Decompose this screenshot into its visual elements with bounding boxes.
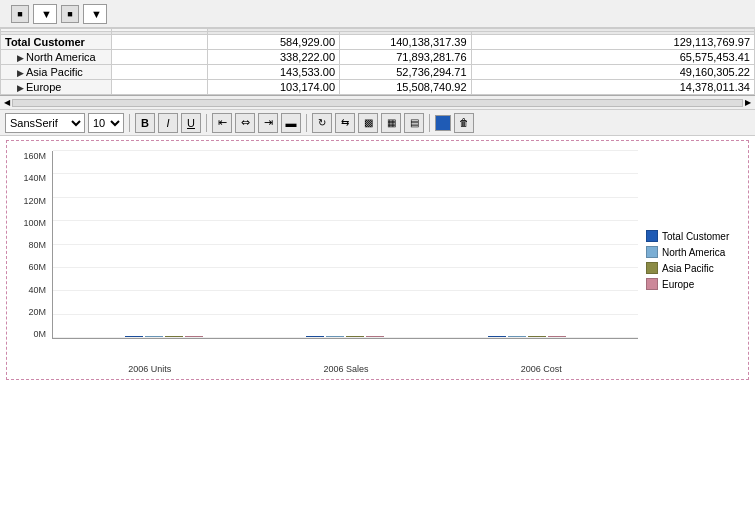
empty-cell [112, 65, 208, 80]
grid-line [53, 337, 638, 338]
format-btn-1[interactable]: ↻ [312, 113, 332, 133]
separator-3 [306, 114, 307, 132]
row-label-cell: ▶Asia Pacific [1, 65, 112, 80]
y-axis-label: 160M [23, 151, 46, 161]
y-axis-label: 100M [23, 218, 46, 228]
y-axis-label: 40M [28, 285, 46, 295]
grid-line [53, 220, 638, 221]
align-justify-button[interactable]: ▬ [281, 113, 301, 133]
x-axis-label: 2006 Units [128, 364, 171, 374]
separator-1 [129, 114, 130, 132]
channel-dropdown-arrow[interactable]: ▼ [91, 8, 102, 20]
legend-item: Europe [646, 278, 740, 290]
color-fill-box[interactable] [435, 115, 451, 131]
align-right-button[interactable]: ⇥ [258, 113, 278, 133]
sales-cell: 71,893,281.76 [340, 50, 472, 65]
empty-cell [112, 80, 208, 95]
scroll-right-arrow[interactable]: ▶ [743, 98, 753, 107]
legend-label: North America [662, 247, 725, 258]
empty-cell [112, 35, 208, 50]
legend-label: Total Customer [662, 231, 729, 242]
legend-item: Asia Pacific [646, 262, 740, 274]
row-label-cell: Total Customer [1, 35, 112, 50]
cost-cell: 65,575,453.41 [471, 50, 754, 65]
y-axis-label: 140M [23, 173, 46, 183]
grid-line [53, 244, 638, 245]
row-label-cell: ▶North America [1, 50, 112, 65]
grid-line [53, 150, 638, 151]
sales-cell: 15,508,740.92 [340, 80, 472, 95]
y-axis-label: 120M [23, 196, 46, 206]
y-axis-label: 0M [33, 329, 46, 339]
bar-groups [53, 151, 638, 338]
grid-line [53, 267, 638, 268]
format-btn-2[interactable]: ⇆ [335, 113, 355, 133]
separator-2 [206, 114, 207, 132]
chart-legend: Total CustomerNorth AmericaAsia PacificE… [638, 141, 748, 379]
table-row[interactable]: ▶Europe103,174.0015,508,740.9214,378,011… [1, 80, 755, 95]
cost-cell: 14,378,011.34 [471, 80, 754, 95]
legend-label: Asia Pacific [662, 263, 714, 274]
grid-line [53, 197, 638, 198]
y-axis-label: 60M [28, 262, 46, 272]
underline-button[interactable]: U [181, 113, 201, 133]
empty-cell [112, 50, 208, 65]
font-size-select[interactable]: 10 [88, 113, 124, 133]
italic-button[interactable]: I [158, 113, 178, 133]
units-cell: 584,929.00 [208, 35, 340, 50]
x-axis-label: 2006 Sales [323, 364, 368, 374]
table-btn[interactable]: ▦ [381, 113, 401, 133]
page-items-toolbar: ■ ▼ ■ ▼ [0, 0, 755, 28]
expand-arrow[interactable]: ▶ [17, 53, 24, 63]
chart-area: 160M140M120M100M80M60M40M20M0M 2006 Unit… [6, 140, 749, 380]
separator-4 [429, 114, 430, 132]
product-dropdown-arrow[interactable]: ▼ [41, 8, 52, 20]
legend-item: Total Customer [646, 230, 740, 242]
expand-arrow[interactable]: ▶ [17, 83, 24, 93]
scroll-left-arrow[interactable]: ◀ [2, 98, 12, 107]
channel-icon-btn[interactable]: ■ [61, 5, 79, 23]
grid-line [53, 173, 638, 174]
units-cell: 143,533.00 [208, 65, 340, 80]
chart-inner: 160M140M120M100M80M60M40M20M0M 2006 Unit… [7, 141, 638, 379]
product-icon-btn[interactable]: ■ [11, 5, 29, 23]
table-row[interactable]: ▶North America338,222.0071,893,281.7665,… [1, 50, 755, 65]
legend-swatch [646, 278, 658, 290]
grid-line [53, 290, 638, 291]
table-row[interactable]: ▶Asia Pacific143,533.0052,736,294.7149,1… [1, 65, 755, 80]
x-axis: 2006 Units2006 Sales2006 Cost [52, 364, 638, 374]
y-axis: 160M140M120M100M80M60M40M20M0M [7, 151, 49, 339]
horizontal-scrollbar[interactable]: ◀ ▶ [0, 96, 755, 110]
legend-swatch [646, 230, 658, 242]
legend-label: Europe [662, 279, 694, 290]
legend-item: North America [646, 246, 740, 258]
sales-cell: 140,138,317.39 [340, 35, 472, 50]
align-left-button[interactable]: ⇤ [212, 113, 232, 133]
grid-line [53, 314, 638, 315]
grid-btn[interactable]: ▤ [404, 113, 424, 133]
y-axis-label: 80M [28, 240, 46, 250]
row-label-cell: ▶Europe [1, 80, 112, 95]
scroll-track[interactable] [12, 99, 743, 107]
bold-button[interactable]: B [135, 113, 155, 133]
bars-area [52, 151, 638, 339]
chart-btn[interactable]: ▩ [358, 113, 378, 133]
cost-cell: 49,160,305.22 [471, 65, 754, 80]
font-select[interactable]: SansSerif [5, 113, 85, 133]
legend-swatch [646, 262, 658, 274]
units-cell: 103,174.00 [208, 80, 340, 95]
sales-cell: 52,736,294.71 [340, 65, 472, 80]
pivot-table: Total Customer584,929.00140,138,317.3912… [0, 28, 755, 95]
product-dropdown[interactable]: ▼ [33, 4, 57, 24]
table-row[interactable]: Total Customer584,929.00140,138,317.3912… [1, 35, 755, 50]
channel-dropdown[interactable]: ▼ [83, 4, 107, 24]
pivot-table-area: Total Customer584,929.00140,138,317.3912… [0, 28, 755, 96]
align-center-button[interactable]: ⇔ [235, 113, 255, 133]
delete-btn[interactable]: 🗑 [454, 113, 474, 133]
x-axis-label: 2006 Cost [521, 364, 562, 374]
units-cell: 338,222.00 [208, 50, 340, 65]
cost-cell: 129,113,769.97 [471, 35, 754, 50]
legend-swatch [646, 246, 658, 258]
format-toolbar: SansSerif 10 B I U ⇤ ⇔ ⇥ ▬ ↻ ⇆ ▩ ▦ ▤ 🗑 [0, 110, 755, 136]
expand-arrow[interactable]: ▶ [17, 68, 24, 78]
